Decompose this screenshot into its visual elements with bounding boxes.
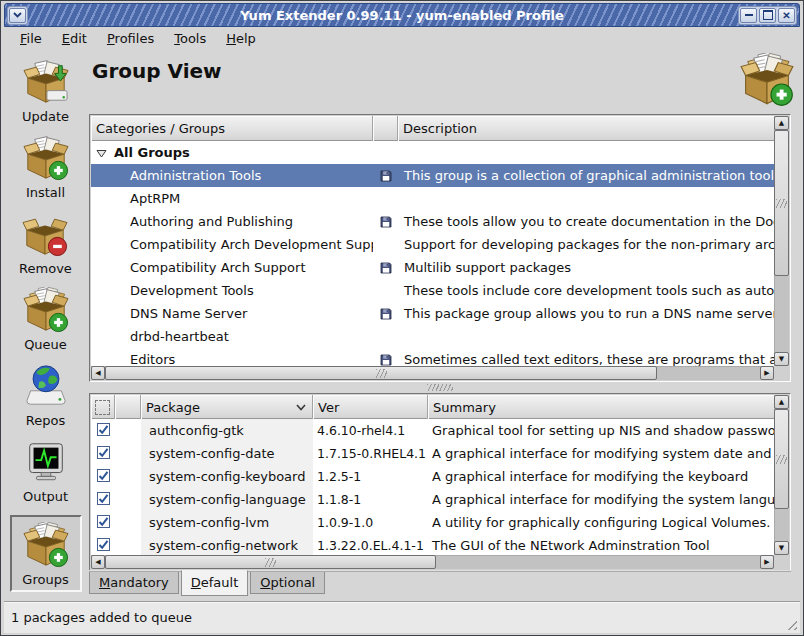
column-header-ver[interactable]: Ver: [313, 395, 428, 419]
menu-item-edit[interactable]: Edit: [52, 29, 97, 48]
sidebar-item-queue[interactable]: Queue: [23, 287, 69, 352]
packages-horizontal-scrollbar[interactable]: ◀ ▶: [91, 555, 774, 569]
group-name: Administration Tools: [130, 168, 261, 183]
group-description: Sometimes called text editors, these are…: [398, 352, 774, 366]
sidebar-item-install[interactable]: Install: [23, 135, 69, 200]
group-description: These tools include core development too…: [398, 283, 774, 298]
scroll-right-arrow[interactable]: ▶: [760, 555, 774, 569]
package-row[interactable]: system-config-lvm1.0.9-1.0A utility for …: [91, 511, 774, 534]
column-header-summary[interactable]: Summary: [428, 395, 774, 419]
column-header-group-icon[interactable]: [373, 116, 398, 141]
package-row[interactable]: authconfig-gtk4.6.10-rhel4.1Graphical to…: [91, 419, 774, 442]
package-row[interactable]: system-config-date1.7.15-0.RHEL4.1A grap…: [91, 442, 774, 465]
menu-item-help[interactable]: Help: [216, 29, 266, 48]
group-row[interactable]: Development ToolsThese tools include cor…: [91, 279, 774, 302]
groups-table-header: Categories / Groups Description: [91, 116, 774, 141]
group-description: This package group allows you to run a D…: [398, 306, 774, 321]
group-row[interactable]: Compatibility Arch SupportMultilib suppo…: [91, 256, 774, 279]
scroll-up-arrow[interactable]: ▲: [774, 395, 789, 409]
sidebar-item-label: Repos: [26, 413, 65, 428]
column-header-package[interactable]: Package: [141, 395, 313, 419]
sidebar-item-remove[interactable]: Remove: [19, 211, 72, 276]
sidebar-item-label: Queue: [24, 337, 67, 352]
window-menu-button[interactable]: [9, 8, 26, 23]
package-summary: A graphical interface for modifying the …: [428, 488, 774, 511]
close-button[interactable]: ✕: [778, 8, 795, 23]
floppy-disk-icon: [380, 308, 392, 320]
sidebar-item-groups[interactable]: Groups: [10, 515, 82, 592]
minimize-button[interactable]: [740, 8, 757, 23]
floppy-disk-icon: [380, 354, 392, 366]
groups-vertical-scrollbar[interactable]: ▲ ▼: [774, 116, 789, 366]
splitter-grip-icon: [427, 384, 453, 391]
scroll-down-arrow[interactable]: ▼: [774, 352, 789, 366]
group-row[interactable]: Authoring and PublishingThese tools allo…: [91, 210, 774, 233]
resize-grip[interactable]: [784, 617, 797, 630]
package-checkbox[interactable]: [97, 538, 110, 554]
group-name: AptRPM: [130, 191, 180, 206]
column-header-description[interactable]: Description: [398, 116, 774, 141]
sidebar-item-output[interactable]: Output: [23, 439, 69, 504]
expander-down-icon[interactable]: [96, 148, 107, 158]
package-checkbox[interactable]: [97, 515, 110, 531]
floppy-disk-icon: [380, 262, 392, 274]
menu-item-profiles[interactable]: Profiles: [97, 29, 164, 48]
scroll-up-arrow[interactable]: ▲: [774, 116, 789, 130]
column-header-select[interactable]: [91, 395, 115, 419]
group-row[interactable]: Compatibility Arch Development SupportSu…: [91, 233, 774, 256]
group-name: Editors: [130, 352, 175, 366]
page-title: Group View: [92, 59, 222, 83]
group-row[interactable]: DNS Name ServerThis package group allows…: [91, 302, 774, 325]
package-row[interactable]: system-config-network1.3.22.0.EL.4.1-1Th…: [91, 534, 774, 555]
package-row[interactable]: system-config-keyboard1.2.5-1A graphical…: [91, 465, 774, 488]
maximize-icon: [763, 10, 773, 20]
titlebar[interactable]: Yum Extender 0.99.11 - yum-enabled Profi…: [4, 3, 800, 27]
package-checkbox[interactable]: [97, 423, 110, 439]
scroll-left-arrow[interactable]: ◀: [91, 555, 105, 569]
groups-table: Categories / Groups Description All Grou…: [89, 114, 791, 382]
scroll-down-arrow[interactable]: ▼: [774, 541, 789, 555]
pane-splitter[interactable]: [89, 382, 791, 393]
scrollbar-thumb[interactable]: [105, 366, 657, 380]
tab-default[interactable]: Default: [181, 570, 249, 596]
package-summary: A utility for graphically configuring Lo…: [428, 511, 774, 534]
package-row[interactable]: system-config-language1.1.8-1A graphical…: [91, 488, 774, 511]
scroll-right-arrow[interactable]: ▶: [760, 366, 774, 380]
group-row[interactable]: Administration ToolsThis group is a coll…: [91, 164, 774, 187]
group-row[interactable]: drbd-heartbeat: [91, 325, 774, 348]
scrollbar-thumb[interactable]: [774, 409, 789, 509]
group-description: Multilib support packages: [398, 260, 774, 275]
group-view-icon: [740, 53, 794, 110]
maximize-button[interactable]: [759, 8, 776, 23]
packages-vertical-scrollbar[interactable]: ▲ ▼: [774, 395, 789, 555]
column-header-categories-groups[interactable]: Categories / Groups: [91, 116, 373, 141]
scrollbar-thumb[interactable]: [774, 130, 789, 276]
groups-horizontal-scrollbar[interactable]: ◀ ▶: [91, 366, 774, 380]
group-row[interactable]: All Groups: [91, 141, 774, 164]
floppy-disk-icon: [380, 216, 392, 228]
package-checkbox[interactable]: [97, 492, 110, 508]
package-checkbox[interactable]: [97, 469, 110, 485]
tab-bar: MandatoryDefaultOptional: [89, 572, 327, 599]
update-icon: [23, 59, 69, 108]
scrollbar-thumb[interactable]: [105, 555, 436, 569]
install-icon: [23, 135, 69, 184]
group-row[interactable]: AptRPM: [91, 187, 774, 210]
package-summary: A graphical interface for modifying the …: [428, 465, 774, 488]
menu-item-file[interactable]: File: [10, 29, 52, 48]
tab-mandatory[interactable]: Mandatory: [89, 572, 179, 594]
group-row[interactable]: EditorsSometimes called text editors, th…: [91, 348, 774, 366]
group-description: These tools allow you to create document…: [398, 214, 774, 229]
sidebar-item-label: Update: [22, 109, 69, 124]
package-version: 1.0.9-1.0: [313, 511, 428, 534]
sidebar-item-update[interactable]: Update: [22, 59, 69, 124]
package-checkbox[interactable]: [97, 446, 110, 462]
column-header-status[interactable]: [115, 395, 141, 419]
sidebar-item-repos[interactable]: Repos: [23, 363, 69, 428]
packages-table: Package Ver Summary authconfig-gtk4.6.10…: [89, 393, 791, 571]
scroll-left-arrow[interactable]: ◀: [91, 366, 105, 380]
packages-table-header: Package Ver Summary: [91, 395, 774, 419]
tab-optional[interactable]: Optional: [250, 572, 325, 594]
package-name: system-config-keyboard: [141, 465, 313, 488]
menu-item-tools[interactable]: Tools: [164, 29, 216, 48]
